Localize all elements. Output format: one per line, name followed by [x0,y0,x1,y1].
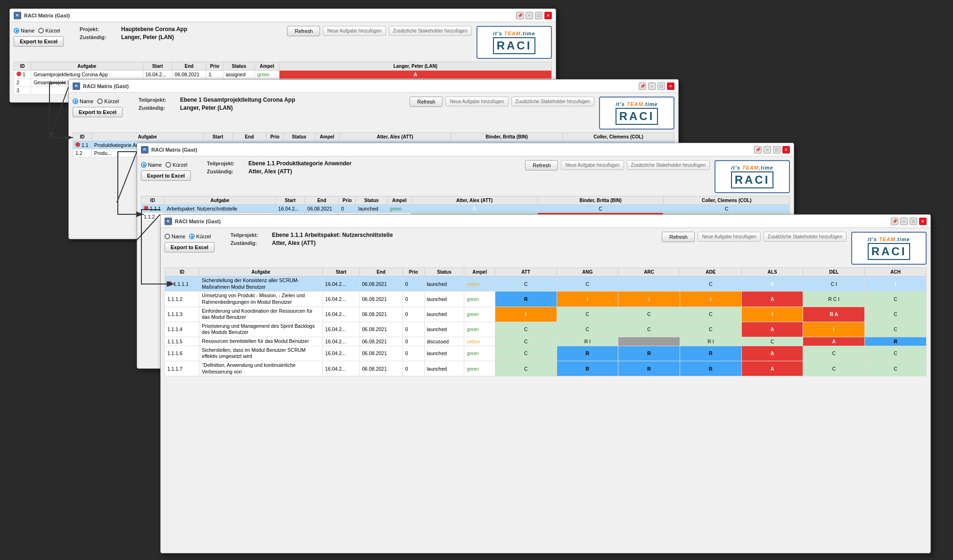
titlebar-3: R RACI Matrix (Gast) 📌 − □ ✕ [137,143,794,156]
app-icon-2: R [73,82,80,90]
cell-status: launched [424,361,464,376]
export-btn-2[interactable]: Export to Excel [73,107,123,117]
cell-ampel: yellow [464,337,495,346]
table-row[interactable]: 1.1.1.1 Sicherstellung der Konsistenz al… [165,276,927,292]
maximize-btn-2[interactable]: □ [657,82,665,90]
cell-status: launched [424,292,464,307]
top-row-3: Name Kürzel Export to Excel Teilprojekt:… [141,160,790,193]
titlebar-title-4: R RACI Matrix (Gast) [164,218,221,225]
cell-ade: R I [680,337,741,346]
cell-als: A [741,292,803,307]
refresh-btn-3[interactable]: Refresh [525,160,558,170]
neue-aufgabe-btn-1[interactable]: Neue Aufgabe hinzufügen [323,26,386,36]
th-att-4: ATT [495,268,557,276]
radio-name-4[interactable]: Name [164,234,185,239]
cell-aufgabe: Priorisierung und Management des Sprint … [199,322,322,337]
table-row[interactable]: 1.1.1.5 Ressourcen bereitstellen für das… [165,337,927,346]
th-als-4: ALS [741,268,803,276]
cell-col-3: C [664,205,790,213]
close-btn-1[interactable]: ✕ [544,12,552,19]
radio-dot-name-1 [14,28,19,33]
export-btn-3[interactable]: Export to Excel [141,170,191,181]
cell-als: A [741,276,803,292]
th-person-col-2: Coller, Clemens (COL) [562,133,674,141]
refresh-btn-1[interactable]: Refresh [287,26,320,36]
export-btn-1[interactable]: Export to Excel [14,36,64,47]
neue-aufgabe-btn-3[interactable]: Neue Aufgabe hinzufügen [561,160,624,170]
close-btn-3[interactable]: ✕ [782,146,790,154]
cell-aufgabe: Arbeitspaket: Nutzerschnittstelle [164,205,276,213]
cell-als: A [741,361,803,376]
refresh-btn-2[interactable]: Refresh [410,97,443,107]
radio-kürzel-1[interactable]: Kürzel [38,28,60,33]
table-row[interactable]: 1.1.1.2 Umsetzung von Produkt - Mission,… [165,292,927,307]
radio-name-1[interactable]: Name [14,28,34,33]
radio-name-2[interactable]: Name [73,98,93,104]
th-prio-3: Prio [339,196,356,205]
cell-ang: R [557,361,618,376]
table-row[interactable]: 1.1.1.3 Einforderung und Koordination de… [165,307,927,322]
radio-group-4: Name Kürzel [164,234,226,239]
cell-start: 16.04.2... [276,205,305,213]
cell-end: 06.08.2021 [360,361,403,376]
table-row[interactable]: 1.1.1.6 Sicherstellen, dass im Modul Ben… [165,346,927,361]
maximize-btn-1[interactable]: □ [535,12,542,19]
maximize-btn-3[interactable]: □ [773,146,780,154]
stakeholder-btn-1[interactable]: Zusätzliche Stakeholder hinzufügen [389,26,472,36]
cell-ade: R [680,346,741,361]
projekt-row-1: Projekt: Hauptebene Corona App [80,26,282,32]
maximize-btn-4[interactable]: □ [910,218,917,225]
radio-kürzel-2[interactable]: Kürzel [97,98,119,104]
cell-prio: 0 [403,292,424,307]
cell-als: A [741,322,803,337]
pin-btn-2[interactable]: 📌 [639,82,646,90]
cell-ang: R I [557,337,618,346]
stakeholder-btn-4[interactable]: Zusätzliche Stakeholder hinzufügen [764,232,846,242]
refresh-btn-4[interactable]: Refresh [662,232,695,242]
close-btn-2[interactable]: ✕ [667,82,674,90]
th-person-1: Langer, Peter (LAN) [279,62,551,71]
stakeholder-btn-3[interactable]: Zusätzliche Stakeholder hinzufügen [627,160,710,170]
minimize-btn-3[interactable]: − [764,146,771,154]
neue-aufgabe-btn-4[interactable]: Neue Aufgabe hinzufügen [698,232,760,242]
th-prio-2: Prio [266,133,283,141]
th-status-1: Status [223,62,255,71]
th-aufgabe-1: Aufgabe [31,62,143,71]
cell-ang: R [557,346,618,361]
cell-ang: C [557,322,618,337]
table-row[interactable]: 1.1.1.7 "Definition, Anwendung und konti… [165,361,927,376]
cell-att: C [495,346,557,361]
minimize-btn-1[interactable]: − [526,12,533,19]
pin-btn-1[interactable]: 📌 [516,12,524,19]
minimize-btn-4[interactable]: − [900,218,908,225]
pin-btn-3[interactable]: 📌 [754,146,762,154]
close-btn-4[interactable]: ✕ [919,218,927,225]
radio-group-3: Name Kürzel [141,162,202,168]
radio-kürzel-3[interactable]: Kürzel [165,162,187,168]
table-row[interactable]: 1 Gesamtprojektleitung Corona App 16.04.… [14,71,552,79]
project-info-1: Projekt: Hauptebene Corona App Zuständig… [80,26,282,42]
th-start-3: Start [276,196,305,205]
cell-als: I [741,307,803,322]
logo-4: it's TEAM.time RACI [851,232,927,265]
th-person-bin-2: Binder, Britta (BIN) [451,133,563,141]
stakeholder-btn-2[interactable]: Zusätzliche Stakeholder hinzufügen [511,97,594,106]
cell-att: C [495,322,557,337]
export-btn-4[interactable]: Export to Excel [164,242,214,252]
minimize-btn-2[interactable]: − [648,82,656,90]
cell-status: launched [424,276,464,292]
cell-ampel: green [255,71,279,79]
table-row[interactable]: 1.1.1 Arbeitspaket: Nutzerschnittstelle … [141,205,790,213]
radio-name-3[interactable]: Name [141,162,162,168]
cell-start: 16.04.2... [322,346,359,361]
pin-btn-4[interactable]: 📌 [891,218,898,225]
cell-aufgabe: "Definition, Anwendung und kontinuierlic… [199,361,322,376]
red-dot [75,142,80,147]
table-row[interactable]: 1.1.1.4 Priorisierung und Management des… [165,322,927,337]
cell-id: 1.1.1.6 [165,346,199,361]
radio-kürzel-4[interactable]: Kürzel [189,234,211,239]
cell-ade: C [680,307,741,322]
logo-2: it's TEAM.time RACI [599,97,674,130]
cell-end: 06.08.2021 [360,276,403,292]
neue-aufgabe-btn-2[interactable]: Neue Aufgabe hinzufügen [445,97,508,106]
